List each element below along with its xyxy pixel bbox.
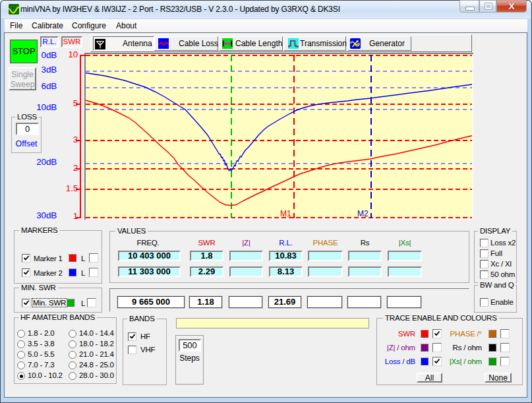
svg-text:M1: M1 xyxy=(280,209,291,218)
svg-text:M2: M2 xyxy=(357,209,369,218)
